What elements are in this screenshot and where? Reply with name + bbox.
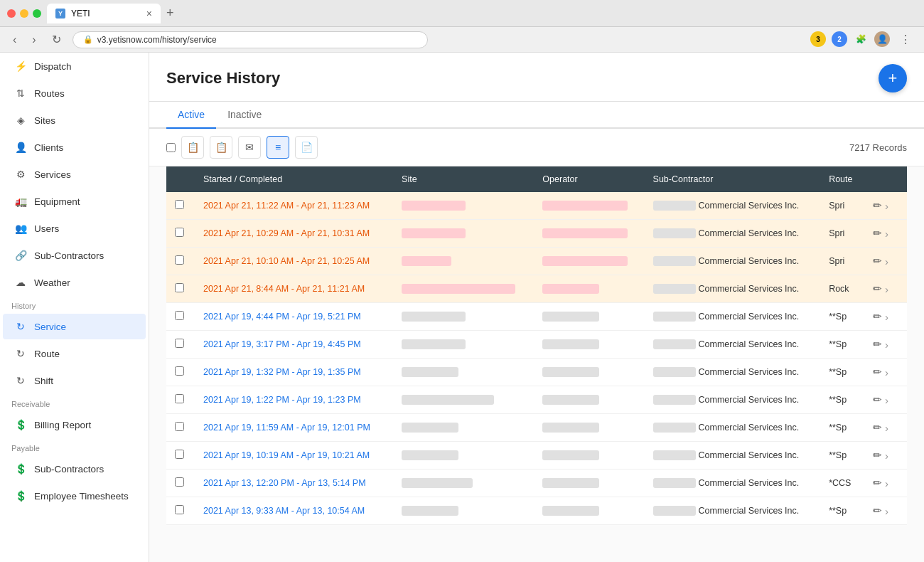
edit-button[interactable]: ✏ bbox=[873, 504, 882, 517]
row-checkbox-cell[interactable] bbox=[166, 248, 195, 275]
toolbar-btn-1[interactable]: 📋 bbox=[181, 136, 204, 159]
row-checkbox[interactable] bbox=[175, 477, 184, 487]
row-checkbox[interactable] bbox=[175, 366, 184, 376]
action-buttons[interactable]: ✏ › bbox=[873, 366, 898, 378]
row-checkbox[interactable] bbox=[175, 422, 184, 431]
action-cell[interactable]: ✏ › bbox=[864, 248, 907, 275]
sidebar-item-service-history[interactable]: ↻ Service bbox=[3, 314, 146, 339]
edit-button[interactable]: ✏ bbox=[873, 421, 882, 434]
edit-button[interactable]: ✏ bbox=[873, 199, 882, 212]
row-checkbox-cell[interactable] bbox=[166, 414, 195, 442]
toolbar-btn-email[interactable]: ✉ bbox=[238, 136, 261, 159]
sidebar-item-dispatch[interactable]: ⚡ Dispatch bbox=[3, 53, 146, 79]
action-buttons[interactable]: ✏ › bbox=[873, 421, 898, 434]
edit-button[interactable]: ✏ bbox=[873, 366, 882, 378]
edit-button[interactable]: ✏ bbox=[873, 310, 882, 323]
action-cell[interactable]: ✏ › bbox=[864, 359, 907, 386]
tab-inactive[interactable]: Inactive bbox=[216, 102, 273, 129]
row-checkbox[interactable] bbox=[175, 339, 184, 348]
action-cell[interactable]: ✏ › bbox=[864, 303, 907, 331]
action-cell[interactable]: ✏ › bbox=[864, 470, 907, 497]
expand-button[interactable]: › bbox=[885, 283, 888, 295]
action-buttons[interactable]: ✏ › bbox=[873, 227, 898, 240]
action-cell[interactable]: ✏ › bbox=[864, 331, 907, 359]
action-cell[interactable]: ✏ › bbox=[864, 497, 907, 525]
expand-button[interactable]: › bbox=[885, 200, 888, 212]
action-cell[interactable]: ✏ › bbox=[864, 192, 907, 220]
row-checkbox-cell[interactable] bbox=[166, 331, 195, 359]
add-button[interactable]: + bbox=[879, 64, 907, 92]
extension-icon-2[interactable]: 2 bbox=[832, 31, 847, 47]
edit-button[interactable]: ✏ bbox=[873, 449, 882, 462]
row-checkbox[interactable] bbox=[175, 228, 184, 237]
action-cell[interactable]: ✏ › bbox=[864, 442, 907, 470]
edit-button[interactable]: ✏ bbox=[873, 477, 882, 489]
select-all-checkbox[interactable] bbox=[166, 143, 176, 152]
sidebar-item-sites[interactable]: ◈ Sites bbox=[3, 107, 146, 133]
expand-button[interactable]: › bbox=[885, 477, 888, 489]
forward-button[interactable]: › bbox=[28, 32, 40, 48]
row-checkbox[interactable] bbox=[175, 283, 184, 292]
browser-tab[interactable]: Y YETI × bbox=[47, 4, 161, 23]
edit-button[interactable]: ✏ bbox=[873, 282, 882, 295]
new-tab-button[interactable]: + bbox=[166, 6, 174, 21]
expand-button[interactable]: › bbox=[885, 394, 888, 406]
expand-button[interactable]: › bbox=[885, 450, 888, 462]
action-buttons[interactable]: ✏ › bbox=[873, 338, 898, 351]
browser-menu-button[interactable]: ⋮ bbox=[896, 31, 915, 48]
profile-avatar[interactable]: 👤 bbox=[874, 31, 890, 47]
sidebar-item-equipment[interactable]: 🚛 Equipment bbox=[3, 189, 146, 214]
edit-button[interactable]: ✏ bbox=[873, 255, 882, 267]
action-buttons[interactable]: ✏ › bbox=[873, 282, 898, 295]
edit-button[interactable]: ✏ bbox=[873, 393, 882, 406]
action-buttons[interactable]: ✏ › bbox=[873, 449, 898, 462]
row-checkbox[interactable] bbox=[175, 450, 184, 459]
row-checkbox-cell[interactable] bbox=[166, 442, 195, 470]
toolbar-btn-2[interactable]: 📋 bbox=[210, 136, 232, 159]
browser-window-controls[interactable] bbox=[7, 9, 41, 18]
sidebar-item-sub-contractors[interactable]: 🔗 Sub-Contractors bbox=[3, 243, 146, 268]
expand-button[interactable]: › bbox=[885, 422, 888, 434]
sidebar-item-shift[interactable]: ↻ Shift bbox=[3, 368, 146, 393]
row-checkbox-cell[interactable] bbox=[166, 470, 195, 497]
sidebar-item-clients[interactable]: 👤 Clients bbox=[3, 134, 146, 160]
row-checkbox[interactable] bbox=[175, 505, 184, 514]
action-buttons[interactable]: ✏ › bbox=[873, 199, 898, 212]
toolbar-btn-export[interactable]: 📄 bbox=[295, 136, 318, 159]
row-checkbox[interactable] bbox=[175, 255, 184, 265]
action-cell[interactable]: ✏ › bbox=[864, 386, 907, 414]
close-window-button[interactable] bbox=[7, 9, 16, 18]
action-buttons[interactable]: ✏ › bbox=[873, 310, 898, 323]
sidebar-item-users[interactable]: 👥 Users bbox=[3, 216, 146, 241]
action-buttons[interactable]: ✏ › bbox=[873, 393, 898, 406]
tab-close-button[interactable]: × bbox=[146, 8, 152, 19]
sidebar-item-billing-report[interactable]: 💲 Billing Report bbox=[3, 412, 146, 438]
expand-button[interactable]: › bbox=[885, 505, 888, 517]
row-checkbox-cell[interactable] bbox=[166, 275, 195, 303]
sidebar-item-route-history[interactable]: ↻ Route bbox=[3, 341, 146, 366]
row-checkbox-cell[interactable] bbox=[166, 220, 195, 248]
sidebar-item-sub-contractors-pay[interactable]: 💲 Sub-Contractors bbox=[3, 456, 146, 482]
action-buttons[interactable]: ✏ › bbox=[873, 477, 898, 489]
expand-button[interactable]: › bbox=[885, 366, 888, 378]
reload-button[interactable]: ↻ bbox=[48, 31, 65, 48]
row-checkbox[interactable] bbox=[175, 200, 184, 209]
edit-button[interactable]: ✏ bbox=[873, 338, 882, 351]
maximize-window-button[interactable] bbox=[33, 9, 41, 18]
expand-button[interactable]: › bbox=[885, 228, 888, 240]
row-checkbox[interactable] bbox=[175, 394, 184, 403]
sidebar-item-services[interactable]: ⚙ Services bbox=[3, 161, 146, 187]
action-buttons[interactable]: ✏ › bbox=[873, 504, 898, 517]
edit-button[interactable]: ✏ bbox=[873, 227, 882, 240]
row-checkbox-cell[interactable] bbox=[166, 497, 195, 525]
expand-button[interactable]: › bbox=[885, 255, 888, 267]
sidebar-item-weather[interactable]: ☁ Weather bbox=[3, 270, 146, 295]
back-button[interactable]: ‹ bbox=[9, 32, 21, 48]
expand-button[interactable]: › bbox=[885, 339, 888, 351]
action-cell[interactable]: ✏ › bbox=[864, 220, 907, 248]
action-cell[interactable]: ✏ › bbox=[864, 275, 907, 303]
row-checkbox-cell[interactable] bbox=[166, 386, 195, 414]
toolbar-btn-list[interactable]: ≡ bbox=[267, 136, 289, 159]
action-cell[interactable]: ✏ › bbox=[864, 414, 907, 442]
address-bar[interactable]: 🔒 v3.yetisnow.com/history/service bbox=[72, 31, 428, 48]
